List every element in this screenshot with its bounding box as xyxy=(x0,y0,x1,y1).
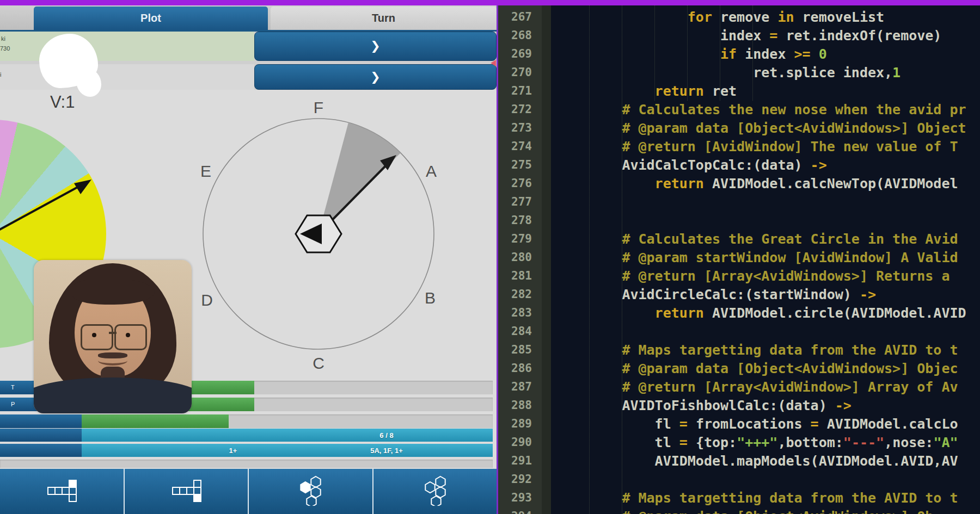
code-token: ret.splice index, xyxy=(753,65,892,80)
code-line: 269if index >= 0 xyxy=(498,45,980,63)
screen: Plot Turn ki 730 i ❯ ❯ V:1 xyxy=(0,0,980,514)
code-token: ,nose: xyxy=(884,435,933,450)
line-number: 273 xyxy=(498,121,542,134)
line-number: 268 xyxy=(498,29,542,42)
compass-letter-B: B xyxy=(425,289,436,307)
code-line: 289fl = fromLocations = AVIDModel.calcLo xyxy=(498,414,980,433)
compass-letter-A: A xyxy=(426,162,437,181)
line-number: 272 xyxy=(498,103,542,116)
code-token: # @param data [Object<AvidWindows>] Obje… xyxy=(622,120,966,136)
code-token: = xyxy=(679,416,688,432)
code-token: "+++" xyxy=(737,435,777,450)
code-token: # Maps targetting data from the AVID to … xyxy=(622,342,958,358)
code-token: # Calculates the Great Circle in the Avi… xyxy=(622,231,958,247)
code-token: = xyxy=(769,28,777,44)
next-step-button[interactable]: ❯ xyxy=(254,32,497,61)
code-editor[interactable]: 267for remove in removeList268index = re… xyxy=(497,5,980,514)
line-number: 288 xyxy=(498,399,542,412)
status-bar-row: 1+5A, 1F, 1+ xyxy=(0,444,497,457)
code-line: 277 xyxy=(498,193,980,211)
code-line: 285# Maps targetting data from the AVID … xyxy=(498,340,980,359)
tab-plot[interactable]: Plot xyxy=(34,7,268,30)
code-token: 0 xyxy=(819,46,827,62)
code-token: ret.indexOf(remove) xyxy=(777,28,941,44)
code-text: # Calculates the new nose when the avid … xyxy=(556,102,966,117)
line-number: 283 xyxy=(498,306,542,319)
code-token: "A" xyxy=(933,435,958,450)
code-lines: 267for remove in removeList268index = re… xyxy=(498,8,980,514)
ship-hexagon xyxy=(296,215,341,252)
top-accent-bar xyxy=(0,0,980,5)
code-token: AvidCircleCalc:(startWindow) xyxy=(622,287,860,302)
code-token: # @param data [Object<AvidWindows>] Obje… xyxy=(622,361,958,376)
line-number: 275 xyxy=(498,158,542,171)
code-text: # @return [Array<AvidWindows>] Returns a xyxy=(556,268,950,284)
toolbar-button[interactable] xyxy=(125,469,249,514)
tab-turn[interactable]: Turn xyxy=(271,7,497,30)
code-token: in xyxy=(777,9,794,25)
code-line: 276return AVIDModel.calcNewTop(AVIDModel xyxy=(498,174,980,193)
line-number: 276 xyxy=(498,177,542,190)
line-number: 282 xyxy=(498,288,542,301)
pane-resize-marker[interactable] xyxy=(491,60,496,66)
glasses-bridge xyxy=(109,332,117,334)
line-number: 294 xyxy=(498,510,542,514)
code-text: return AVIDModel.calcNewTop(AVIDModel xyxy=(556,176,958,191)
code-token: AVIDModel.circle(AVIDModel.AVID xyxy=(704,305,966,321)
toolbar-button[interactable] xyxy=(249,469,373,514)
code-token: = xyxy=(811,416,819,432)
line-number: 281 xyxy=(498,269,542,282)
code-token: AVIDToFishbowlCalc:(data) xyxy=(622,398,835,413)
turn-arc-wedge xyxy=(318,122,401,234)
code-line: 284 xyxy=(498,322,980,340)
code-text: index = ret.indexOf(remove) xyxy=(556,28,941,44)
portrait-shirt xyxy=(34,377,192,413)
compass-letter-E: E xyxy=(200,162,211,181)
bar-value-text: 6 / 8 xyxy=(357,429,416,442)
line-number: 290 xyxy=(498,436,542,449)
next-step-button[interactable]: ❯ xyxy=(254,64,497,90)
line-number: 269 xyxy=(498,47,542,60)
status-bar-row: 6 / 8 xyxy=(0,429,497,442)
bar-track xyxy=(0,460,493,468)
bar-value-text: 5A, 1F, 1+ xyxy=(354,444,419,457)
compass-letter-C: C xyxy=(313,354,324,373)
toolbar-button[interactable] xyxy=(0,469,125,514)
status-bar-row xyxy=(0,414,497,428)
code-text: for remove in removeList xyxy=(556,9,884,25)
bar-label-chip xyxy=(0,414,82,428)
code-text: # Maps targetting data from the AVID to … xyxy=(556,490,958,506)
line-number: 284 xyxy=(498,325,542,338)
code-line: 281# @return [Array<AvidWindows>] Return… xyxy=(498,267,980,285)
plot-canvas[interactable]: V:1 FABCDE xyxy=(0,90,497,469)
code-text: AVIDModel.mapModels(AVIDModel.AVID,AV xyxy=(556,453,958,469)
code-token: -> xyxy=(835,398,852,413)
code-token: removeList xyxy=(794,9,885,25)
code-line: 274# @return [AvidWindow] The new value … xyxy=(498,137,980,156)
clipped-text-fragment: ki xyxy=(1,36,5,42)
code-line: 275AvidCalcTopCalc:(data) -> xyxy=(498,156,980,174)
code-token: tl xyxy=(655,435,679,450)
code-token: = xyxy=(679,435,688,450)
code-text: tl = {top:"+++",bottom:"---",nose:"A" xyxy=(556,435,958,450)
toolbar-button[interactable] xyxy=(373,469,497,514)
code-text: # @param data [Object<AvidWindows>] Obje… xyxy=(556,120,966,136)
clipped-text-fragment: 730 xyxy=(0,46,10,52)
code-text: # @param data [Object<AvidWindows>] Ob xyxy=(556,509,933,514)
line-number: 280 xyxy=(498,251,542,264)
ship-profile-bottom-icon xyxy=(171,475,201,508)
ship-nose-triangle xyxy=(300,224,322,244)
code-text: AVIDToFishbowlCalc:(data) -> xyxy=(556,398,852,413)
bottom-toolbar xyxy=(0,469,497,514)
code-text: # Calculates the Great Circle in the Avi… xyxy=(556,231,958,247)
code-token: if xyxy=(720,46,737,62)
ship-profile-top-icon xyxy=(46,475,77,508)
tab-bar: Plot Turn xyxy=(0,5,497,32)
code-line: 293# Maps targetting data from the AVID … xyxy=(498,488,980,507)
line-number: 287 xyxy=(498,380,542,393)
code-text: # @return [AvidWindow] The new value of … xyxy=(556,139,958,154)
glasses-icon xyxy=(114,324,147,350)
code-token: # @param startWindow [AvidWindow] A Vali… xyxy=(622,250,958,265)
bar-track: 6 / 8 xyxy=(82,429,493,442)
code-token: index xyxy=(737,46,794,62)
